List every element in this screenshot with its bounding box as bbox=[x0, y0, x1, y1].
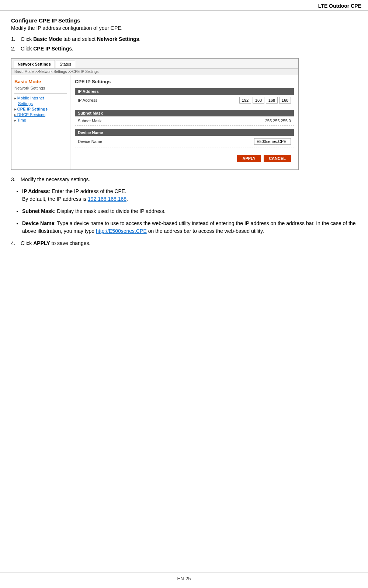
bullet-subnet: Subnet Mask: Display the mask used to di… bbox=[22, 207, 357, 215]
ss-section-header-ip: IP Address bbox=[75, 88, 294, 95]
step-4: 4. Click APPLY to save changes. bbox=[11, 240, 357, 246]
ss-cancel-button[interactable]: CANCEL bbox=[264, 155, 291, 162]
ss-sidebar-subtitle: Network Settings bbox=[14, 86, 67, 90]
ss-breadcrumb: Basic Mode >>Network Settings >>CPE IP S… bbox=[11, 69, 298, 75]
step-3: 3. Modify the necessary settings. bbox=[11, 176, 357, 182]
ss-main-title: CPE IP Settings bbox=[75, 79, 294, 84]
step-1-num: 1. bbox=[11, 36, 18, 42]
bullets-list: IP Address: Enter the IP address of the … bbox=[22, 188, 357, 235]
bullet-ip-text1: : Enter the IP address of the CPE. bbox=[49, 188, 126, 194]
bullet-device-link[interactable]: http://E500series.CPE bbox=[96, 228, 147, 234]
step-2-end: . bbox=[72, 46, 73, 52]
ss-sidebar-link-dhcp-services[interactable]: DHCP Services bbox=[14, 112, 67, 117]
ss-section-header-device: Device Name bbox=[75, 129, 294, 136]
content-area: Configure CPE IP Settings Modify the IP … bbox=[0, 11, 368, 265]
header-bar: LTE Outdoor CPE bbox=[0, 0, 368, 11]
ss-main: CPE IP Settings IP Address IP Address 19… bbox=[70, 75, 298, 169]
ss-tabs: Network Settings Status bbox=[11, 59, 298, 69]
ss-device-input[interactable]: E500series.CPE bbox=[254, 138, 291, 145]
ss-apply-button[interactable]: APPLY bbox=[237, 155, 261, 162]
bullet-device-text2: on the address bar to access the web-bas… bbox=[147, 228, 264, 234]
bullet-subnet-text: : Display the mask used to divide the IP… bbox=[54, 208, 165, 214]
ss-subnet-value: 255.255.255.0 bbox=[265, 119, 291, 123]
ss-body: Basic Mode Network Settings Mobile Inter… bbox=[11, 75, 298, 169]
ss-ip-value: 192 168 168 168 bbox=[239, 97, 291, 104]
step-4-num: 4. bbox=[11, 240, 18, 246]
step-2-text: Click CPE IP Settings. bbox=[21, 46, 73, 52]
ss-ip-octet3[interactable]: 168 bbox=[266, 97, 278, 104]
ss-section-device-name: Device Name Device Name E500series.CPE bbox=[75, 129, 294, 147]
ss-device-label: Device Name bbox=[78, 139, 115, 144]
step-4-text: Click APPLY to save changes. bbox=[21, 240, 90, 246]
step-2-num: 2. bbox=[11, 46, 18, 52]
ss-device-value: E500series.CPE bbox=[254, 138, 291, 145]
bullet-ip-text3: . bbox=[126, 196, 128, 202]
ss-subnet-label: Subnet Mask bbox=[78, 119, 115, 123]
step-3-num: 3. bbox=[11, 176, 18, 182]
bullet-ip-address: IP Address: Enter the IP address of the … bbox=[22, 188, 357, 203]
step-1-end: . bbox=[139, 36, 140, 42]
ss-ip-row: IP Address 192 168 168 168 bbox=[75, 95, 294, 106]
bullet-ip-label: IP Address bbox=[22, 188, 49, 194]
ss-sidebar-link-cpe-ip-settings[interactable]: CPE IP Settings bbox=[14, 107, 67, 111]
footer-text: EN-25 bbox=[177, 576, 191, 581]
step-2: 2. Click CPE IP Settings. bbox=[11, 46, 357, 52]
bullet-ip-link[interactable]: 192.168.168.168 bbox=[88, 196, 126, 202]
ss-sidebar: Basic Mode Network Settings Mobile Inter… bbox=[11, 75, 70, 169]
bullet-device-label: Device Name bbox=[22, 220, 54, 226]
ss-ip-octet4[interactable]: 168 bbox=[279, 97, 291, 104]
tab-status[interactable]: Status bbox=[56, 60, 75, 68]
step-1-bold2: Network Settings bbox=[97, 36, 139, 42]
step-1: 1. Click Basic Mode tab and select Netwo… bbox=[11, 36, 357, 42]
step-2-bold: CPE IP Settings bbox=[33, 46, 72, 52]
step-1-mid: tab and select bbox=[62, 36, 97, 42]
ss-ip-octet1[interactable]: 192 bbox=[239, 97, 251, 104]
tab-network-settings[interactable]: Network Settings bbox=[14, 60, 55, 68]
ss-sidebar-link-settings[interactable]: Settings bbox=[18, 101, 67, 106]
step-3-text: Modify the necessary settings. bbox=[21, 176, 90, 182]
ss-device-row: Device Name E500series.CPE bbox=[75, 136, 294, 147]
ss-section-header-subnet: Subnet Mask bbox=[75, 110, 294, 116]
step-1-text: Click Basic Mode tab and select Network … bbox=[21, 36, 140, 42]
bullet-ip-text2: By default, the IP address is bbox=[22, 196, 88, 202]
bullet-device-name: Device Name: Type a device name to use t… bbox=[22, 220, 357, 235]
page-subtitle: Modify the IP address configuration of y… bbox=[11, 25, 357, 31]
step-4-end: to save changes. bbox=[50, 240, 91, 246]
step-1-bold1: Basic Mode bbox=[33, 36, 62, 42]
ss-section-subnet: Subnet Mask Subnet Mask 255.255.255.0 bbox=[75, 110, 294, 126]
ss-section-ip-address: IP Address IP Address 192 168 168 168 bbox=[75, 88, 294, 106]
screenshot-box: Network Settings Status Basic Mode >>Net… bbox=[11, 58, 299, 170]
step-4-bold: APPLY bbox=[33, 240, 50, 246]
ss-sidebar-divider bbox=[14, 93, 67, 94]
ss-sidebar-link-time[interactable]: Time bbox=[14, 118, 67, 122]
ss-buttons: APPLY CANCEL bbox=[75, 151, 294, 166]
ss-ip-octet2[interactable]: 168 bbox=[253, 97, 264, 104]
ss-sidebar-link-mobile-internet[interactable]: Mobile Internet bbox=[14, 96, 67, 100]
footer: EN-25 bbox=[0, 573, 368, 581]
header-title: LTE Outdoor CPE bbox=[318, 3, 361, 9]
ss-ip-label: IP Address bbox=[78, 98, 115, 102]
ss-subnet-row: Subnet Mask 255.255.255.0 bbox=[75, 116, 294, 126]
ss-sidebar-title: Basic Mode bbox=[14, 79, 67, 84]
ss-subnet-text: 255.255.255.0 bbox=[265, 119, 291, 123]
bullet-subnet-label: Subnet Mask bbox=[22, 208, 54, 214]
page-title: Configure CPE IP Settings bbox=[11, 17, 357, 24]
